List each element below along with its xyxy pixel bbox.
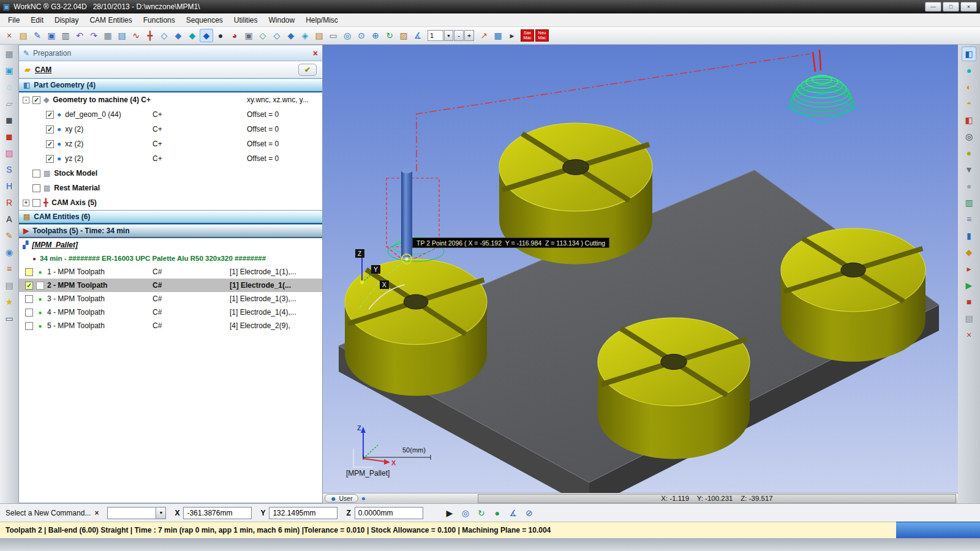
view-rotate-icon[interactable]: ◈ xyxy=(298,29,312,42)
rotate-view-icon[interactable]: ↻ xyxy=(475,506,488,520)
print-icon[interactable]: ▥ xyxy=(59,29,72,42)
y-coordinate-input[interactable] xyxy=(269,507,337,519)
menu-edit[interactable]: Edit xyxy=(25,14,49,26)
workzone-icon[interactable]: ▦ xyxy=(2,47,17,61)
section-toolpaths[interactable]: ▶ Toolpaths (5) - Time: 34 min xyxy=(19,224,322,238)
limit-box-icon[interactable]: ▨ xyxy=(2,146,17,160)
gray-ball-icon[interactable]: ● xyxy=(962,179,976,193)
blocks-icon[interactable]: ▤ xyxy=(2,278,17,293)
tree-row-def-geom[interactable]: ✓ ● def_geom_0 (44) C+ Offset = 0 xyxy=(19,107,322,122)
cam-tab[interactable]: ▰ CAM ✔ xyxy=(19,61,322,78)
zoom-window-icon[interactable]: ◎ xyxy=(341,29,354,42)
material-sphere-icon[interactable]: ◕ xyxy=(228,29,241,42)
grid-icon[interactable]: ▦ xyxy=(101,29,115,42)
slope-icon[interactable]: ∡ xyxy=(507,506,520,520)
layers-icon[interactable]: ≡ xyxy=(962,212,976,227)
tree-row-yz[interactable]: ✓ ● yz (2) C+ Offset = 0 xyxy=(19,151,322,166)
shaded-view-icon[interactable]: ◆ xyxy=(172,29,185,42)
maximize-button[interactable]: □ xyxy=(943,2,959,12)
apply-check-button[interactable]: ✔ xyxy=(298,64,317,76)
frame-icon[interactable]: ▭ xyxy=(326,29,340,42)
spline-icon[interactable]: S xyxy=(2,162,17,177)
checkbox[interactable] xyxy=(25,322,33,330)
stock-ball-icon[interactable]: ● xyxy=(962,146,976,160)
save-as-icon[interactable]: ✎ xyxy=(31,29,44,42)
close-button[interactable]: × xyxy=(960,2,977,12)
menu-file[interactable]: File xyxy=(2,14,25,26)
target-icon[interactable]: ◎ xyxy=(962,129,976,144)
toolpath-row-3[interactable]: ● 3 - MPM Toolpath C# [1] Electrode_1(3)… xyxy=(19,292,322,305)
stock-box-icon[interactable]: ◼ xyxy=(2,129,17,144)
transform-icon[interactable]: ╋ xyxy=(143,29,157,42)
clash-icon[interactable]: ▸ xyxy=(962,261,976,276)
curve-edit-icon[interactable]: ∿ xyxy=(129,29,143,42)
layer-ball-icon[interactable]: ● xyxy=(361,494,366,503)
section-cam-entities[interactable]: ▤ CAM Entities (6) xyxy=(19,210,322,224)
menu-sequences[interactable]: Sequences xyxy=(181,14,228,26)
probe-icon[interactable]: ◆ xyxy=(962,245,976,260)
x-coordinate-input[interactable] xyxy=(183,507,252,519)
panel-close-icon[interactable]: × xyxy=(313,48,318,58)
checkbox[interactable]: ✓ xyxy=(46,126,54,133)
toolpath-row-1[interactable]: ● 1 - MPM Toolpath C# [1] Electrode_1(1)… xyxy=(19,265,322,279)
view-front-icon[interactable]: ◇ xyxy=(270,29,284,42)
tree-row-geometry-root[interactable]: - ✓ ◈ Geometry to machine (4) C+ xy.wnc,… xyxy=(19,92,322,107)
shade-ball-icon[interactable]: ● xyxy=(962,63,976,78)
undo-icon[interactable]: ↶ xyxy=(73,29,86,42)
zoom-dropdown-arrow[interactable]: ▼ xyxy=(444,30,453,41)
zoom-region-icon[interactable]: ◉ xyxy=(2,245,17,260)
section-cut-icon[interactable]: ⊘ xyxy=(522,506,536,520)
checkbox[interactable] xyxy=(25,309,33,317)
levels-icon[interactable]: ≡ xyxy=(2,261,17,276)
section-icon[interactable]: H xyxy=(2,179,17,193)
tree-row-sequence[interactable]: ● 34 min - ######## ER-16003 UPC Palette… xyxy=(19,252,322,265)
solid-box-icon[interactable]: ◼ xyxy=(2,113,17,127)
tool-ball-icon[interactable]: ◐ xyxy=(962,80,976,94)
command-close-icon[interactable]: × xyxy=(94,509,99,517)
checkbox[interactable]: ✓ xyxy=(46,140,54,148)
minimize-button[interactable]: — xyxy=(925,2,941,12)
erase-icon[interactable]: × xyxy=(2,29,16,42)
checkbox[interactable]: ✓ xyxy=(46,155,54,163)
menu-cam-entities[interactable]: CAM Entities xyxy=(84,14,137,26)
user-button[interactable]: ☻ User xyxy=(325,494,358,503)
hatch-icon[interactable]: ▨ xyxy=(397,29,410,42)
report-icon[interactable]: ▤ xyxy=(962,311,976,326)
annotation-icon[interactable]: A xyxy=(2,212,17,227)
tree-row-stock-model[interactable]: ▧ Stock Model xyxy=(19,166,322,181)
menu-display[interactable]: Display xyxy=(49,14,84,26)
section-part-geometry[interactable]: ◧ Part Geometry (4) xyxy=(19,78,322,92)
checkbox[interactable] xyxy=(32,184,40,192)
close-panel-icon[interactable]: × xyxy=(962,328,976,342)
viewport-3d-scene[interactable]: Z Y X Z X xyxy=(323,45,958,503)
expander-icon[interactable]: + xyxy=(23,200,29,206)
viewport[interactable]: Z Y X Z X xyxy=(323,45,958,503)
tool-axis-icon[interactable]: ↗ xyxy=(477,29,491,42)
tree-row-xz[interactable]: ✓ ● xz (2) C+ Offset = 0 xyxy=(19,137,322,151)
iso-view-icon[interactable]: ◆ xyxy=(200,29,213,42)
dynamic-view-icon[interactable]: ◆ xyxy=(186,29,199,42)
postprocessor-icon[interactable]: ▸ xyxy=(505,29,519,42)
open-file-icon[interactable]: ▤ xyxy=(17,29,30,42)
zoom-in-icon[interactable]: ⊕ xyxy=(369,29,382,42)
select-arrow-icon[interactable]: ▶ xyxy=(443,506,456,520)
shaded-sphere-icon[interactable]: ● xyxy=(491,506,504,520)
refresh-icon[interactable]: ↻ xyxy=(383,29,396,42)
paint-icon[interactable]: ✎ xyxy=(2,228,17,243)
combo-dropdown-arrow[interactable]: ▼ xyxy=(156,508,165,519)
checkbox[interactable] xyxy=(32,199,40,207)
stop-icon[interactable]: ■ xyxy=(962,294,976,309)
zoom-level-input[interactable] xyxy=(428,30,443,41)
table-view-icon[interactable]: ▤ xyxy=(115,29,129,42)
view-top-icon[interactable]: ◆ xyxy=(284,29,298,42)
surface-icon[interactable]: ▱ xyxy=(2,96,17,111)
checkbox[interactable] xyxy=(32,170,40,178)
radius-icon[interactable]: R xyxy=(2,195,17,210)
toolpath-row-4[interactable]: ● 4 - MPM Toolpath C# [1] Electrode_1(4)… xyxy=(19,305,322,319)
compare-icon[interactable]: ◧ xyxy=(962,113,976,127)
tree-row-xy[interactable]: ✓ ● xy (2) C+ Offset = 0 xyxy=(19,122,322,137)
checkbox[interactable] xyxy=(25,268,33,276)
redo-icon[interactable]: ↷ xyxy=(87,29,100,42)
simulate-icon[interactable]: ▶ xyxy=(962,278,976,293)
toolpath-row-5[interactable]: ● 5 - MPM Toolpath C# [4] Electrode_2(9)… xyxy=(19,319,322,332)
